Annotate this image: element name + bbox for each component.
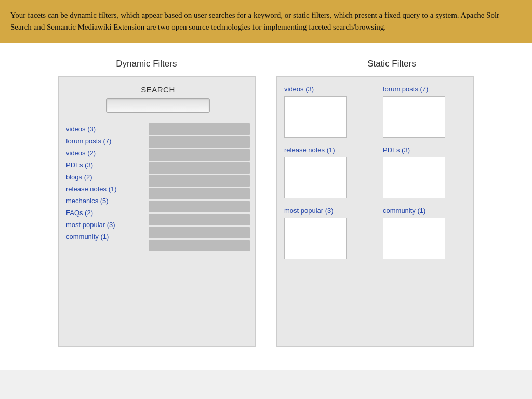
main-content: Dynamic Filters Static Filters SEARCH vi… bbox=[0, 43, 532, 370]
columns-header: Dynamic Filters Static Filters bbox=[21, 59, 511, 69]
static-item: most popular (3) bbox=[284, 207, 367, 259]
search-input[interactable] bbox=[106, 98, 210, 113]
static-item: PDFs (3) bbox=[383, 146, 466, 198]
result-bar bbox=[149, 162, 250, 174]
static-item: videos (3) bbox=[284, 85, 367, 138]
static-item-box bbox=[383, 218, 445, 259]
result-bar bbox=[149, 188, 250, 200]
filter-item[interactable]: forum posts (7) bbox=[66, 135, 147, 147]
static-item-label[interactable]: PDFs (3) bbox=[383, 146, 466, 154]
dynamic-title: Dynamic Filters bbox=[116, 59, 177, 69]
static-item: community (1) bbox=[383, 207, 466, 259]
static-item-label[interactable]: videos (3) bbox=[284, 85, 367, 93]
filter-item[interactable]: videos (2) bbox=[66, 147, 147, 159]
search-label: SEARCH bbox=[141, 85, 175, 94]
filter-item[interactable]: videos (3) bbox=[66, 123, 147, 135]
static-panel: videos (3)forum posts (7)release notes (… bbox=[276, 76, 474, 347]
panels-row: SEARCH videos (3)forum posts (7)videos (… bbox=[21, 76, 511, 347]
filter-item[interactable]: release notes (1) bbox=[66, 183, 147, 195]
search-box-wrapper bbox=[106, 98, 210, 113]
result-bar bbox=[149, 214, 250, 225]
result-bar bbox=[149, 136, 250, 148]
result-bar bbox=[149, 123, 250, 135]
filter-item[interactable]: FAQs (2) bbox=[66, 207, 147, 219]
static-title: Static Filters bbox=[367, 59, 416, 69]
static-item: release notes (1) bbox=[284, 146, 367, 198]
dynamic-panel: SEARCH videos (3)forum posts (7)videos (… bbox=[58, 76, 256, 347]
info-banner: Your facets can be dynamic filters, whic… bbox=[0, 0, 532, 43]
static-item-box bbox=[284, 157, 347, 198]
static-item-box bbox=[383, 157, 445, 198]
filter-item[interactable]: PDFs (3) bbox=[66, 159, 147, 171]
result-bar bbox=[149, 201, 250, 212]
filter-item[interactable]: most popular (3) bbox=[66, 219, 147, 231]
results-area bbox=[147, 123, 250, 251]
static-item-label[interactable]: community (1) bbox=[383, 207, 466, 215]
static-item-label[interactable]: release notes (1) bbox=[284, 146, 367, 154]
static-item-box bbox=[284, 96, 347, 138]
filter-body: videos (3)forum posts (7)videos (2)PDFs … bbox=[66, 123, 250, 251]
banner-text: Your facets can be dynamic filters, whic… bbox=[10, 11, 499, 31]
result-bar bbox=[149, 175, 250, 187]
filter-list: videos (3)forum posts (7)videos (2)PDFs … bbox=[66, 123, 147, 251]
static-item: forum posts (7) bbox=[383, 85, 466, 138]
result-bar bbox=[149, 227, 250, 238]
result-bar bbox=[149, 240, 250, 251]
filter-item[interactable]: blogs (2) bbox=[66, 171, 147, 183]
filter-item[interactable]: mechanics (5) bbox=[66, 195, 147, 207]
filter-item[interactable]: community (1) bbox=[66, 231, 147, 243]
static-item-box bbox=[284, 218, 347, 259]
result-bar bbox=[149, 149, 250, 161]
static-item-label[interactable]: forum posts (7) bbox=[383, 85, 466, 93]
static-item-box bbox=[383, 96, 445, 138]
static-item-label[interactable]: most popular (3) bbox=[284, 207, 367, 215]
static-grid: videos (3)forum posts (7)release notes (… bbox=[284, 85, 466, 259]
